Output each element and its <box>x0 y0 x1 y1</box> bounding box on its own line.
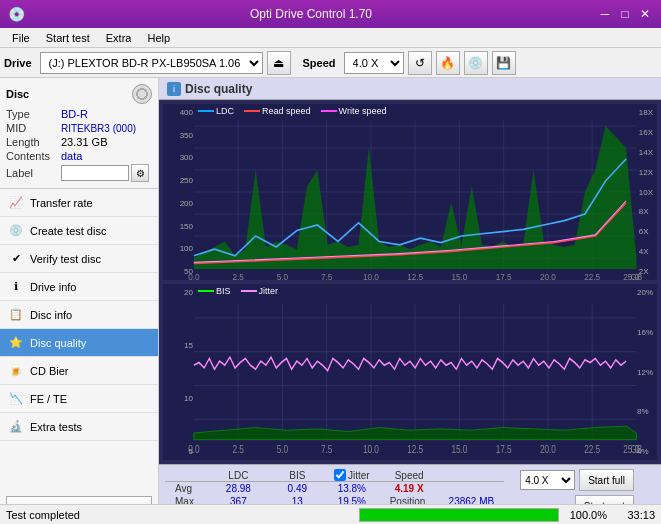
mid-value: RITEKBR3 (000) <box>61 123 136 134</box>
drive-label: Drive <box>4 57 32 69</box>
drive-select[interactable]: (J:) PLEXTOR BD-R PX-LB950SA 1.06 <box>40 52 263 74</box>
create-test-label: Create test disc <box>30 225 106 237</box>
save-button[interactable]: 💾 <box>492 51 516 75</box>
speed-select-stats[interactable]: 4.0 X <box>520 470 575 490</box>
window-controls: ─ □ ✕ <box>597 6 653 22</box>
sidebar-item-disc-info[interactable]: 📋 Disc info <box>0 301 158 329</box>
bis-label: BIS <box>216 286 231 296</box>
status-text: Test completed <box>6 509 351 521</box>
avg-bis: 0.49 <box>271 482 324 496</box>
extra-tests-icon: 🔬 <box>8 419 24 435</box>
menu-file[interactable]: File <box>4 28 38 48</box>
y-axis-left-upper: 40035030025020015010050 <box>165 104 193 280</box>
menu-extra[interactable]: Extra <box>98 28 140 48</box>
start-full-row: 4.0 X Start full <box>520 469 634 491</box>
sidebar-item-fe-te[interactable]: 📉 FE / TE <box>0 385 158 413</box>
cd-bier-icon: 🍺 <box>8 363 24 379</box>
avg-label: Avg <box>165 482 206 496</box>
title-bar: 💿 Opti Drive Control 1.70 ─ □ ✕ <box>0 0 661 28</box>
svg-text:7.5: 7.5 <box>321 272 333 280</box>
jitter-checkbox[interactable] <box>334 469 346 481</box>
type-value: BD-R <box>61 108 88 120</box>
menu-start-test[interactable]: Start test <box>38 28 98 48</box>
minimize-button[interactable]: ─ <box>597 6 613 22</box>
mid-label: MID <box>6 122 61 134</box>
jitter-header-label: Jitter <box>348 470 370 481</box>
y-axis-right-upper: 18X16X14X12X10X8X6X4X2X <box>639 104 653 280</box>
menu-help[interactable]: Help <box>139 28 178 48</box>
jitter-color <box>241 290 257 292</box>
sidebar-item-extra-tests[interactable]: 🔬 Extra tests <box>0 413 158 441</box>
maximize-button[interactable]: □ <box>617 6 633 22</box>
jitter-check-cell: Jitter <box>324 469 380 482</box>
y-axis-left-lower: 2015105 <box>165 284 193 460</box>
svg-text:17.5: 17.5 <box>496 443 512 455</box>
avg-ldc: 28.98 <box>206 482 271 496</box>
transfer-rate-label: Transfer rate <box>30 197 93 209</box>
svg-text:15.0: 15.0 <box>451 272 467 280</box>
write-legend: Write speed <box>321 106 387 116</box>
upper-chart: LDC Read speed Write speed 4003503002502… <box>163 104 657 280</box>
verify-test-label: Verify test disc <box>30 253 101 265</box>
label-button[interactable]: ⚙ <box>131 164 149 182</box>
disc-quality-label: Disc quality <box>30 337 86 349</box>
read-color <box>244 110 260 112</box>
svg-text:2.5: 2.5 <box>232 272 244 280</box>
chart-header: i Disc quality <box>159 78 661 100</box>
avg-speed: 4.19 X <box>380 482 439 496</box>
disc-quality-icon: ⭐ <box>8 335 24 351</box>
fe-te-label: FE / TE <box>30 393 67 405</box>
drive-info-icon: ℹ <box>8 279 24 295</box>
speed-select[interactable]: 4.0 X <box>344 52 404 74</box>
eject-button[interactable]: ⏏ <box>267 51 291 75</box>
start-full-button[interactable]: Start full <box>579 469 634 491</box>
y-axis-right-lower: 20%16%12%8%4% <box>637 284 653 460</box>
disc-button[interactable]: 💿 <box>464 51 488 75</box>
svg-text:17.5: 17.5 <box>496 272 512 280</box>
ldc-legend: LDC <box>198 106 234 116</box>
lower-chart-legend: BIS Jitter <box>198 286 278 296</box>
write-label: Write speed <box>339 106 387 116</box>
progress-bar <box>360 509 558 521</box>
sidebar-item-disc-quality[interactable]: ⭐ Disc quality <box>0 329 158 357</box>
refresh-button[interactable]: ↺ <box>408 51 432 75</box>
ldc-label: LDC <box>216 106 234 116</box>
close-button[interactable]: ✕ <box>637 6 653 22</box>
sidebar-item-transfer-rate[interactable]: 📈 Transfer rate <box>0 189 158 217</box>
extra-tests-label: Extra tests <box>30 421 82 433</box>
svg-text:12.5: 12.5 <box>407 272 423 280</box>
sidebar-item-verify-test[interactable]: ✔ Verify test disc <box>0 245 158 273</box>
lower-chart-svg: 0.0 2.5 5.0 7.5 10.0 12.5 15.0 17.5 20.0… <box>163 284 657 460</box>
sidebar-item-create-test[interactable]: 💿 Create test disc <box>0 217 158 245</box>
ldc-header: LDC <box>206 469 271 482</box>
jitter-legend: Jitter <box>241 286 279 296</box>
label-input[interactable] <box>61 165 129 181</box>
svg-text:2.5: 2.5 <box>232 443 243 455</box>
svg-text:22.5: 22.5 <box>584 443 600 455</box>
burn-button[interactable]: 🔥 <box>436 51 460 75</box>
sidebar-item-cd-bier[interactable]: 🍺 CD Bier <box>0 357 158 385</box>
progress-bar-container <box>359 508 559 522</box>
bis-color <box>198 290 214 292</box>
menu-bar: File Start test Extra Help <box>0 28 661 48</box>
read-legend: Read speed <box>244 106 311 116</box>
type-label: Type <box>6 108 61 120</box>
svg-text:5.0: 5.0 <box>277 443 288 455</box>
length-value: 23.31 GB <box>61 136 107 148</box>
avg-jitter: 13.8% <box>324 482 380 496</box>
sidebar-item-drive-info[interactable]: ℹ Drive info <box>0 273 158 301</box>
transfer-rate-icon: 📈 <box>8 195 24 211</box>
app-icon: 💿 <box>8 6 25 22</box>
nav-items: 📈 Transfer rate 💿 Create test disc ✔ Ver… <box>0 189 158 441</box>
write-color <box>321 110 337 112</box>
progress-percent: 100.0% <box>567 509 607 521</box>
status-time: 33:13 <box>615 509 655 521</box>
toolbar: Drive (J:) PLEXTOR BD-R PX-LB950SA 1.06 … <box>0 48 661 78</box>
fe-te-icon: 📉 <box>8 391 24 407</box>
lower-chart: BIS Jitter 2015105 20%16%12%8%4% <box>163 284 657 460</box>
read-label: Read speed <box>262 106 311 116</box>
svg-text:10.0: 10.0 <box>363 443 379 455</box>
upper-chart-svg: 0.0 2.5 5.0 7.5 10.0 12.5 15.0 17.5 20.0… <box>163 104 657 280</box>
chart-area: i Disc quality LDC Read speed <box>159 78 661 524</box>
upper-chart-legend: LDC Read speed Write speed <box>198 106 386 116</box>
